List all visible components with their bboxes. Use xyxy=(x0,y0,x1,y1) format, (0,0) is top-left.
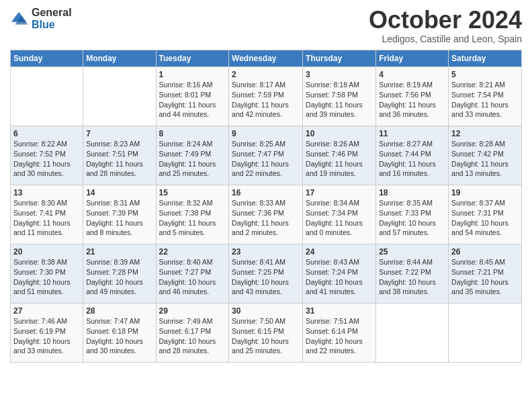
day-info: Sunrise: 8:30 AM xyxy=(13,198,80,208)
day-info: Daylight: 11 hours and 13 minutes. xyxy=(451,159,519,179)
calendar-cell: 19Sunrise: 8:37 AMSunset: 7:31 PMDayligh… xyxy=(449,185,522,244)
header-day-friday: Friday xyxy=(376,50,449,66)
day-info: Sunrise: 8:38 AM xyxy=(13,257,80,267)
day-info: Sunrise: 8:17 AM xyxy=(232,80,300,90)
day-info: Sunset: 7:27 PM xyxy=(159,267,226,277)
day-info: Sunrise: 8:44 AM xyxy=(379,257,445,267)
day-info: Sunrise: 7:50 AM xyxy=(232,316,300,326)
day-info: Sunset: 7:21 PM xyxy=(451,267,519,277)
calendar-cell xyxy=(83,66,156,126)
day-info: Daylight: 10 hours and 35 minutes. xyxy=(451,277,519,297)
calendar-cell: 10Sunrise: 8:26 AMSunset: 7:46 PMDayligh… xyxy=(303,126,376,185)
day-info: Sunrise: 8:41 AM xyxy=(232,257,300,267)
day-number: 6 xyxy=(13,128,80,140)
day-info: Sunrise: 8:40 AM xyxy=(159,257,226,267)
day-info: Sunrise: 8:23 AM xyxy=(86,139,152,149)
day-info: Daylight: 10 hours and 41 minutes. xyxy=(306,277,373,297)
calendar-cell: 25Sunrise: 8:44 AMSunset: 7:22 PMDayligh… xyxy=(376,244,449,303)
header-day-tuesday: Tuesday xyxy=(156,50,229,66)
header-row: SundayMondayTuesdayWednesdayThursdayFrid… xyxy=(11,50,522,66)
day-info: Sunrise: 8:43 AM xyxy=(306,257,373,267)
day-info: Daylight: 11 hours and 44 minutes. xyxy=(159,100,226,120)
calendar-cell: 21Sunrise: 8:39 AMSunset: 7:28 PMDayligh… xyxy=(83,244,156,303)
calendar-cell xyxy=(449,303,522,362)
day-info: Sunset: 7:39 PM xyxy=(86,208,152,218)
day-info: Sunrise: 8:37 AM xyxy=(451,198,519,208)
title-block: October 2024 Ledigos, Castille and Leon,… xyxy=(369,7,522,44)
day-info: Sunset: 7:54 PM xyxy=(451,90,519,100)
calendar-cell: 14Sunrise: 8:31 AMSunset: 7:39 PMDayligh… xyxy=(83,185,156,244)
day-info: Sunrise: 8:24 AM xyxy=(159,139,226,149)
calendar-cell: 30Sunrise: 7:50 AMSunset: 6:15 PMDayligh… xyxy=(229,303,303,362)
calendar-cell: 8Sunrise: 8:24 AMSunset: 7:49 PMDaylight… xyxy=(156,126,229,185)
day-number: 16 xyxy=(232,187,300,199)
calendar-cell: 26Sunrise: 8:45 AMSunset: 7:21 PMDayligh… xyxy=(449,244,522,303)
header-day-monday: Monday xyxy=(83,50,156,66)
day-info: Sunset: 8:01 PM xyxy=(159,90,226,100)
day-info: Sunset: 7:31 PM xyxy=(451,208,519,218)
day-info: Sunset: 7:58 PM xyxy=(306,90,373,100)
day-info: Sunset: 7:25 PM xyxy=(232,267,300,277)
day-info: Sunrise: 8:39 AM xyxy=(86,257,152,267)
day-number: 12 xyxy=(451,128,519,140)
day-info: Daylight: 11 hours and 28 minutes. xyxy=(86,159,152,179)
calendar-cell: 5Sunrise: 8:21 AMSunset: 7:54 PMDaylight… xyxy=(449,66,522,126)
day-info: Daylight: 10 hours and 33 minutes. xyxy=(13,336,80,356)
day-number: 28 xyxy=(86,306,152,317)
week-row-4: 20Sunrise: 8:38 AMSunset: 7:30 PMDayligh… xyxy=(11,244,522,303)
calendar-cell: 17Sunrise: 8:34 AMSunset: 7:34 PMDayligh… xyxy=(303,185,376,244)
day-info: Sunrise: 8:22 AM xyxy=(13,139,80,149)
day-info: Daylight: 10 hours and 30 minutes. xyxy=(86,336,152,356)
header-day-saturday: Saturday xyxy=(449,50,522,66)
day-number: 24 xyxy=(306,246,373,258)
day-info: Daylight: 10 hours and 38 minutes. xyxy=(379,277,445,297)
calendar-cell: 29Sunrise: 7:49 AMSunset: 6:17 PMDayligh… xyxy=(156,303,229,362)
day-info: Daylight: 11 hours and 25 minutes. xyxy=(159,159,226,179)
calendar-cell: 18Sunrise: 8:35 AMSunset: 7:33 PMDayligh… xyxy=(376,185,449,244)
week-row-2: 6Sunrise: 8:22 AMSunset: 7:52 PMDaylight… xyxy=(11,126,522,185)
calendar-cell: 3Sunrise: 8:18 AMSunset: 7:58 PMDaylight… xyxy=(303,66,376,126)
day-info: Sunset: 7:51 PM xyxy=(86,149,152,159)
day-info: Sunset: 7:38 PM xyxy=(159,208,226,218)
day-info: Sunrise: 8:28 AM xyxy=(451,139,519,149)
day-info: Sunset: 7:24 PM xyxy=(306,267,373,277)
logo-text: General Blue xyxy=(32,7,72,30)
day-info: Sunrise: 8:21 AM xyxy=(451,80,519,90)
day-info: Sunrise: 7:47 AM xyxy=(86,316,152,326)
day-info: Sunrise: 7:51 AM xyxy=(306,316,373,326)
calendar-cell: 23Sunrise: 8:41 AMSunset: 7:25 PMDayligh… xyxy=(229,244,303,303)
day-info: Daylight: 10 hours and 51 minutes. xyxy=(13,277,80,297)
day-number: 2 xyxy=(232,69,300,81)
day-number: 29 xyxy=(159,306,226,317)
day-info: Daylight: 11 hours and 19 minutes. xyxy=(306,159,373,179)
day-number: 8 xyxy=(159,128,226,140)
calendar-cell: 16Sunrise: 8:33 AMSunset: 7:36 PMDayligh… xyxy=(229,185,303,244)
header-day-thursday: Thursday xyxy=(303,50,376,66)
calendar-cell: 22Sunrise: 8:40 AMSunset: 7:27 PMDayligh… xyxy=(156,244,229,303)
day-info: Sunrise: 8:19 AM xyxy=(379,80,445,90)
day-info: Sunrise: 8:45 AM xyxy=(451,257,519,267)
calendar-body: 1Sunrise: 8:16 AMSunset: 8:01 PMDaylight… xyxy=(11,66,522,362)
logo-icon xyxy=(10,9,29,28)
day-number: 7 xyxy=(86,128,152,140)
day-info: Daylight: 11 hours and 8 minutes. xyxy=(86,218,152,238)
day-info: Daylight: 11 hours and 39 minutes. xyxy=(306,100,373,120)
day-number: 22 xyxy=(159,246,226,258)
day-number: 21 xyxy=(86,246,152,258)
header-day-sunday: Sunday xyxy=(11,50,83,66)
calendar-cell: 27Sunrise: 7:46 AMSunset: 6:19 PMDayligh… xyxy=(11,303,83,362)
day-info: Sunset: 7:56 PM xyxy=(379,90,445,100)
day-info: Daylight: 11 hours and 42 minutes. xyxy=(232,100,300,120)
day-info: Daylight: 10 hours and 25 minutes. xyxy=(232,336,300,356)
day-info: Daylight: 11 hours and 30 minutes. xyxy=(13,159,80,179)
day-info: Sunrise: 8:16 AM xyxy=(159,80,226,90)
day-number: 5 xyxy=(451,69,519,81)
day-info: Sunrise: 8:35 AM xyxy=(379,198,445,208)
day-number: 26 xyxy=(451,246,519,258)
day-info: Sunrise: 8:18 AM xyxy=(306,80,373,90)
day-info: Daylight: 10 hours and 54 minutes. xyxy=(451,218,519,238)
day-info: Daylight: 10 hours and 46 minutes. xyxy=(159,277,226,297)
calendar-cell: 7Sunrise: 8:23 AMSunset: 7:51 PMDaylight… xyxy=(83,126,156,185)
day-number: 19 xyxy=(451,187,519,199)
day-info: Sunset: 6:17 PM xyxy=(159,326,226,336)
